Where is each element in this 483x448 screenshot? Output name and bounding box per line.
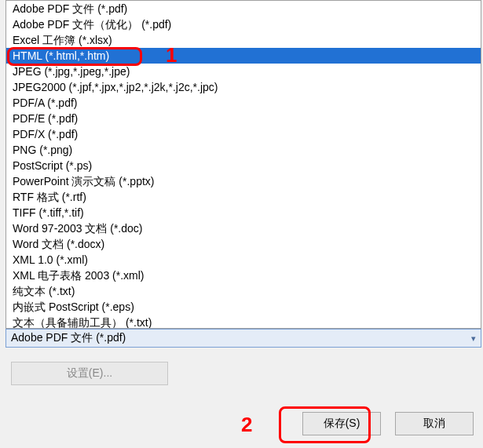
- file-type-item[interactable]: PDF/A (*.pdf): [6, 95, 481, 111]
- file-type-item[interactable]: PDF/X (*.pdf): [6, 126, 481, 142]
- save-button-label: 保存(S): [324, 417, 360, 429]
- annotation-label-2: 2: [241, 413, 252, 437]
- file-type-item[interactable]: Excel 工作簿 (*.xlsx): [6, 32, 481, 48]
- settings-button: 设置(E)...: [11, 362, 168, 385]
- file-type-item[interactable]: PDF/E (*.pdf): [6, 111, 481, 126]
- file-type-item[interactable]: HTML (*.html,*.htm): [6, 48, 481, 64]
- file-type-item[interactable]: JPEG2000 (*.jpf,*.jpx,*.jp2,*.j2k,*.j2c,…: [6, 79, 481, 95]
- cancel-button-label: 取消: [423, 417, 445, 429]
- file-type-item[interactable]: RTF 格式 (*.rtf): [6, 189, 481, 205]
- file-type-item[interactable]: Word 97-2003 文档 (*.doc): [6, 220, 481, 236]
- file-type-item[interactable]: Adobe PDF 文件（优化） (*.pdf): [6, 16, 481, 32]
- file-type-item[interactable]: 文本（具备辅助工具） (*.txt): [6, 315, 481, 329]
- file-type-item[interactable]: XML 1.0 (*.xml): [6, 252, 481, 268]
- file-type-item[interactable]: PNG (*.png): [6, 142, 481, 158]
- file-type-item[interactable]: PostScript (*.ps): [6, 158, 481, 173]
- file-type-dropdown[interactable]: Adobe PDF 文件 (*.pdf) ▾: [5, 329, 481, 348]
- file-type-item[interactable]: PowerPoint 演示文稿 (*.pptx): [6, 173, 481, 189]
- chevron-down-icon: ▾: [471, 333, 476, 344]
- file-type-item[interactable]: Adobe PDF 文件 (*.pdf): [6, 1, 481, 16]
- dialog-button-row: 保存(S) 取消: [302, 412, 474, 435]
- settings-button-label: 设置(E)...: [67, 366, 112, 379]
- file-type-item[interactable]: Word 文档 (*.docx): [6, 236, 481, 252]
- file-type-item[interactable]: 内嵌式 PostScript (*.eps): [6, 299, 481, 315]
- file-type-item[interactable]: XML 电子表格 2003 (*.xml): [6, 268, 481, 283]
- file-type-item[interactable]: 纯文本 (*.txt): [6, 283, 481, 299]
- save-button[interactable]: 保存(S): [302, 412, 381, 435]
- file-type-item[interactable]: TIFF (*.tiff,*.tif): [6, 205, 481, 220]
- cancel-button[interactable]: 取消: [395, 412, 474, 435]
- file-type-item[interactable]: JPEG (*.jpg,*.jpeg,*.jpe): [6, 64, 481, 79]
- file-type-listbox[interactable]: Adobe PDF 文件 (*.pdf)Adobe PDF 文件（优化） (*.…: [5, 0, 481, 329]
- file-type-dropdown-label: Adobe PDF 文件 (*.pdf): [11, 331, 471, 345]
